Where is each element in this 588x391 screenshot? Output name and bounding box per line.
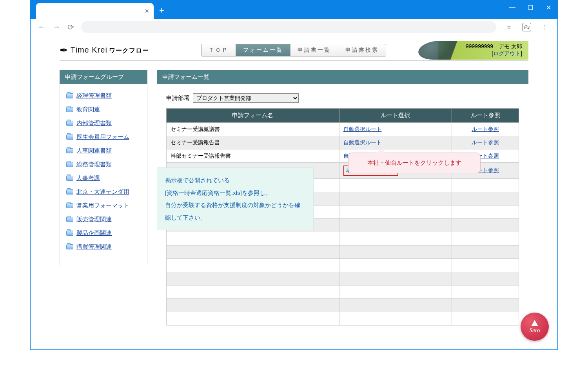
cell-route	[339, 206, 452, 219]
cell-form-name	[167, 232, 339, 246]
th-ref: ルート参照	[452, 109, 519, 123]
sidebar-link[interactable]: 経理管理書類	[76, 92, 112, 100]
sidebar-link[interactable]: 営業用フォーマット	[76, 202, 129, 209]
cell-route	[339, 232, 452, 246]
department-select[interactable]: プロダクト営業開発部	[193, 93, 299, 103]
route-ref-link[interactable]: ルート参照	[472, 139, 499, 145]
close-tab-icon[interactable]: ×	[145, 7, 149, 15]
cell-route	[339, 179, 452, 192]
sidebar-item: 人事考課	[66, 175, 141, 182]
sidebar-item: 購買管理関連	[66, 243, 141, 251]
new-tab-button[interactable]: +	[159, 5, 164, 16]
table-row	[167, 299, 519, 312]
table-row	[167, 312, 519, 326]
cell-ref	[452, 192, 519, 206]
table-row	[167, 232, 519, 246]
main-panel: 申請フォーム一覧 申請部署 プロダクト営業開発部 申請フォーム名 ルート選択 ル…	[157, 70, 528, 326]
sidebar-item: 厚生会員用フォーム	[66, 133, 141, 141]
cell-ref	[452, 286, 519, 299]
table-row	[167, 246, 519, 259]
cell-route	[339, 312, 452, 326]
cell-ref	[452, 312, 519, 326]
sidebar-item: 総務管理書類	[66, 161, 141, 168]
sidebar-item: 北京・大連テンダ用	[66, 188, 141, 196]
sidebar-link[interactable]: 内部管理書類	[76, 120, 112, 127]
table-row	[167, 259, 519, 272]
route-ref-link[interactable]: ルート参照	[472, 126, 499, 132]
sidebar-link[interactable]: 人事考課	[76, 175, 100, 182]
folder-icon	[66, 176, 73, 181]
cell-ref	[452, 219, 519, 232]
sidebar-link[interactable]: 人事関連書類	[76, 147, 112, 155]
app-header: ✒ Time Kreiワークフロー ＴＯＰ フォーム一覧 申請書一覧 申請書検索…	[60, 41, 528, 61]
sidebar-title: 申請フォームグループ	[60, 70, 147, 84]
extension-icon[interactable]: Ps	[521, 23, 532, 31]
folder-icon	[66, 135, 73, 140]
sidebar-link[interactable]: 購買管理関連	[76, 243, 112, 251]
cell-route: 自動選択ルート	[339, 123, 452, 136]
cell-route	[339, 299, 452, 312]
user-id: 999999999	[466, 43, 493, 49]
sidebar-item: 経理管理書類	[66, 92, 141, 100]
sidebar-item: 製品企画関連	[66, 229, 141, 237]
filter-label: 申請部署	[166, 95, 190, 102]
cell-ref	[452, 299, 519, 312]
window-maximize-button[interactable]: ☐	[521, 1, 539, 14]
sidebar-link[interactable]: 製品企画関連	[76, 229, 112, 237]
folder-icon	[66, 148, 73, 153]
sidebar-link[interactable]: 総務管理書類	[76, 161, 112, 168]
sidebar-item: 内部管理書類	[66, 120, 141, 127]
sidebar-link[interactable]: 厚生会員用フォーム	[76, 133, 129, 141]
logo-mark-icon: ✒	[60, 44, 68, 56]
browser-menu-icon[interactable]: ⋮	[539, 24, 550, 30]
logo-suffix: ワークフロー	[109, 47, 149, 54]
nav-tab-forms[interactable]: フォーム一覧	[236, 44, 290, 56]
cell-form-name	[167, 246, 339, 259]
url-bar[interactable]	[81, 21, 496, 33]
cell-form-name	[167, 272, 339, 286]
route-link[interactable]: 自動選択ルート	[343, 126, 382, 132]
window-close-button[interactable]: ✕	[539, 1, 557, 14]
reload-button[interactable]: ⟳	[67, 22, 74, 32]
back-button[interactable]: ←	[38, 22, 45, 31]
user-info: 999999999 デモ 太郎 [ログアウト]	[438, 41, 528, 60]
cell-form-name	[167, 259, 339, 272]
sidebar-item: 教育関連	[66, 106, 141, 113]
cell-form-name	[167, 312, 339, 326]
folder-icon	[66, 217, 73, 222]
nav-tab-applications[interactable]: 申請書一覧	[290, 44, 338, 56]
nav-tab-search[interactable]: 申請書検索	[338, 44, 386, 56]
forward-button[interactable]: →	[53, 22, 60, 31]
route-text[interactable]: 自動選択ルート	[343, 139, 382, 145]
bookmark-star-icon[interactable]: ☆	[503, 24, 514, 30]
callout-instruction: 本社・仙台ルートをクリックします	[348, 153, 481, 173]
sidebar-link[interactable]: 販売管理関連	[76, 216, 112, 223]
cell-route	[339, 219, 452, 232]
window-minimize-button[interactable]: —	[503, 1, 521, 14]
table-row: セミナー受講報告書自動選択ルートルート参照	[167, 136, 519, 149]
callout-info: 掲示板で公開されている[資格一時金適応資格一覧.xls]を参照し、自分が受験する…	[157, 167, 314, 230]
browser-title-bar: × + — ☐ ✕	[31, 1, 557, 19]
app-logo: ✒ Time Kreiワークフロー	[60, 44, 149, 56]
cell-route	[339, 246, 452, 259]
sero-badge: Sero	[521, 313, 549, 341]
folder-icon	[66, 107, 73, 112]
browser-tab[interactable]: ×	[36, 3, 154, 19]
nav-tab-top[interactable]: ＴＯＰ	[201, 44, 236, 56]
folder-icon	[66, 162, 73, 167]
folder-icon	[66, 93, 73, 98]
cell-ref	[452, 206, 519, 219]
cell-ref: ルート参照	[452, 123, 519, 136]
cell-form-name	[167, 286, 339, 299]
cell-route	[339, 192, 452, 206]
cell-ref	[452, 246, 519, 259]
sidebar-link[interactable]: 教育関連	[76, 106, 100, 113]
sidebar-link[interactable]: 北京・大連テンダ用	[76, 188, 129, 196]
cell-route	[339, 286, 452, 299]
sidebar-item: 販売管理関連	[66, 216, 141, 223]
nav-tabs: ＴＯＰ フォーム一覧 申請書一覧 申請書検索	[201, 44, 386, 56]
browser-toolbar: ← → ⟳ ☆ Ps ⋮	[31, 19, 557, 35]
sidebar: 申請フォームグループ 経理管理書類教育関連内部管理書類厚生会員用フォーム人事関連…	[60, 70, 147, 326]
logout-link[interactable]: ログアウト	[493, 50, 521, 56]
folder-icon	[66, 121, 73, 126]
